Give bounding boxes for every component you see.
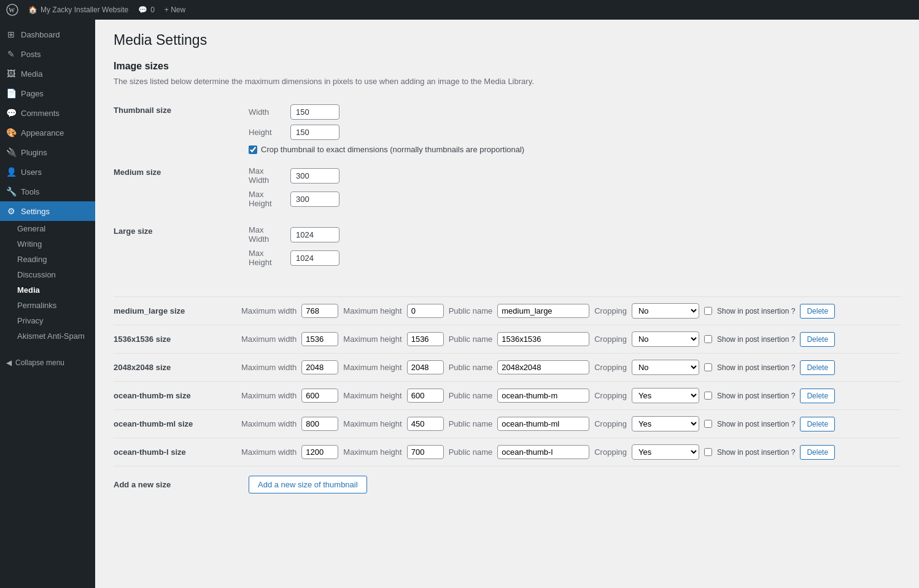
sidebar-item-media[interactable]: 🖼 Media <box>0 64 95 83</box>
delete-button-2048x2048[interactable]: Delete <box>800 360 835 375</box>
medium-width-input[interactable] <box>290 168 339 184</box>
public-name-input-medium_large[interactable] <box>497 304 589 318</box>
public-name-input-ocean-thumb-m[interactable] <box>497 389 589 403</box>
settings-icon: ⚙ <box>6 206 16 216</box>
delete-button-medium_large[interactable]: Delete <box>800 304 835 319</box>
public-name-input-ocean-thumb-ml[interactable] <box>497 417 589 431</box>
show-checkbox-ocean-thumb-m[interactable] <box>704 392 712 400</box>
submenu-item-akismet[interactable]: Akismet Anti-Spam <box>0 328 95 344</box>
large-width-input[interactable] <box>290 227 339 242</box>
delete-button-ocean-thumb-ml[interactable]: Delete <box>800 417 835 431</box>
cropping-select-2048x2048[interactable]: No Yes <box>632 360 699 375</box>
max-height-label-medium_large: Maximum height <box>343 306 401 315</box>
custom-size-row: 2048x2048 size Maximum width Maximum hei… <box>114 353 901 381</box>
max-height-input-2048x2048[interactable] <box>407 360 444 374</box>
medium-height-label: Max Height <box>249 190 285 208</box>
comments-count: 0 <box>150 6 155 14</box>
cropping-select-ocean-thumb-l[interactable]: No Yes <box>632 444 699 460</box>
wp-logo-item[interactable]: W <box>6 4 18 16</box>
sidebar-item-appearance[interactable]: 🎨 Appearance <box>0 123 95 142</box>
public-name-input-1536x1536[interactable] <box>497 332 589 346</box>
new-label: + New <box>165 6 185 14</box>
collapse-menu[interactable]: ◀ Collapse menu <box>0 354 95 372</box>
delete-button-ocean-thumb-m[interactable]: Delete <box>800 389 835 403</box>
max-height-input-ocean-thumb-m[interactable] <box>407 389 444 403</box>
cropping-select-medium_large[interactable]: No Yes <box>632 303 699 319</box>
sidebar-item-posts[interactable]: ✎ Posts <box>0 44 95 64</box>
submenu-item-media[interactable]: Media <box>0 282 95 298</box>
sidebar-item-settings[interactable]: ⚙ Settings <box>0 201 95 221</box>
max-width-input-medium_large[interactable] <box>301 304 338 318</box>
sidebar: ⊞ Dashboard ✎ Posts 🖼 Media 📄 Pages 💬 Co… <box>0 20 95 588</box>
large-fields: Max Width Max Height <box>249 219 901 278</box>
sidebar-label-pages: Pages <box>21 89 44 98</box>
public-name-label-ocean-thumb-l: Public name <box>449 447 493 457</box>
submenu-item-discussion[interactable]: Discussion <box>0 267 95 282</box>
custom-size-row: medium_large size Maximum width Maximum … <box>114 296 901 325</box>
max-width-input-2048x2048[interactable] <box>301 360 338 374</box>
users-icon: 👤 <box>6 167 16 177</box>
show-label-medium_large: Show in post insertion ? <box>717 307 795 315</box>
max-width-input-ocean-thumb-l[interactable] <box>301 445 338 459</box>
image-sizes-title: Image sizes <box>114 61 901 72</box>
medium-height-input[interactable] <box>290 191 339 207</box>
home-icon: 🏠 <box>28 6 37 14</box>
submenu-item-permalinks[interactable]: Permalinks <box>0 298 95 313</box>
show-checkbox-ocean-thumb-l[interactable] <box>704 448 712 456</box>
sidebar-label-tools: Tools <box>21 187 39 196</box>
max-width-input-ocean-thumb-m[interactable] <box>301 389 338 403</box>
max-height-label-ocean-thumb-l: Maximum height <box>343 447 401 457</box>
thumbnail-crop-checkbox[interactable] <box>249 145 257 154</box>
max-height-label-2048x2048: Maximum height <box>343 363 401 372</box>
custom-sizes-section: medium_large size Maximum width Maximum … <box>114 296 901 466</box>
thumbnail-height-input[interactable] <box>290 125 339 140</box>
max-height-label-1536x1536: Maximum height <box>343 335 401 344</box>
delete-button-ocean-thumb-l[interactable]: Delete <box>800 445 835 460</box>
cropping-select-ocean-thumb-ml[interactable]: No Yes <box>632 416 699 431</box>
appearance-icon: 🎨 <box>6 128 16 137</box>
thumbnail-width-input[interactable] <box>290 104 339 120</box>
max-width-input-1536x1536[interactable] <box>301 332 338 346</box>
sidebar-item-comments[interactable]: 💬 Comments <box>0 103 95 123</box>
medium-width-row: Max Width <box>249 166 901 185</box>
custom-size-row: ocean-thumb-m size Maximum width Maximum… <box>114 381 901 409</box>
large-height-input[interactable] <box>290 250 339 266</box>
max-width-input-ocean-thumb-ml[interactable] <box>301 417 338 431</box>
sidebar-item-pages[interactable]: 📄 Pages <box>0 83 95 103</box>
public-name-input-ocean-thumb-l[interactable] <box>497 445 589 459</box>
sidebar-label-dashboard: Dashboard <box>21 30 60 39</box>
public-name-label-medium_large: Public name <box>449 306 493 315</box>
new-item[interactable]: + New <box>165 6 185 14</box>
show-checkbox-ocean-thumb-ml[interactable] <box>704 420 712 428</box>
max-height-input-ocean-thumb-ml[interactable] <box>407 417 444 431</box>
submenu-item-reading[interactable]: Reading <box>0 252 95 267</box>
cropping-select-1536x1536[interactable]: No Yes <box>632 331 699 347</box>
page-title: Media Settings <box>114 32 901 48</box>
show-label-ocean-thumb-m: Show in post insertion ? <box>717 392 795 400</box>
show-checkbox-medium_large[interactable] <box>704 307 712 315</box>
max-height-input-medium_large[interactable] <box>407 304 444 318</box>
show-checkbox-1536x1536[interactable] <box>704 335 712 343</box>
submenu-item-privacy[interactable]: Privacy <box>0 313 95 328</box>
max-height-input-ocean-thumb-l[interactable] <box>407 445 444 459</box>
custom-size-row: 1536x1536 size Maximum width Maximum hei… <box>114 325 901 353</box>
size-label-ocean-thumb-ml: ocean-thumb-ml size <box>114 419 236 428</box>
submenu-item-writing[interactable]: Writing <box>0 236 95 252</box>
comments-item[interactable]: 💬 0 <box>138 6 155 14</box>
submenu-item-general[interactable]: General <box>0 221 95 236</box>
site-name-item[interactable]: 🏠 My Zacky Installer Website <box>28 6 128 14</box>
public-name-input-2048x2048[interactable] <box>497 360 589 374</box>
size-label-2048x2048: 2048x2048 size <box>114 363 236 372</box>
sidebar-item-tools[interactable]: 🔧 Tools <box>0 182 95 201</box>
sidebar-item-users[interactable]: 👤 Users <box>0 162 95 182</box>
max-width-label-ocean-thumb-ml: Maximum width <box>241 419 297 428</box>
comments-icon: 💬 <box>6 108 16 118</box>
add-size-button[interactable]: Add a new size of thumbnail <box>249 476 367 493</box>
delete-button-1536x1536[interactable]: Delete <box>800 332 835 347</box>
show-checkbox-2048x2048[interactable] <box>704 363 712 371</box>
max-height-input-1536x1536[interactable] <box>407 332 444 346</box>
sidebar-item-dashboard[interactable]: ⊞ Dashboard <box>0 25 95 44</box>
cropping-select-ocean-thumb-m[interactable]: No Yes <box>632 388 699 403</box>
medium-height-row: Max Height <box>249 190 901 208</box>
sidebar-item-plugins[interactable]: 🔌 Plugins <box>0 142 95 162</box>
